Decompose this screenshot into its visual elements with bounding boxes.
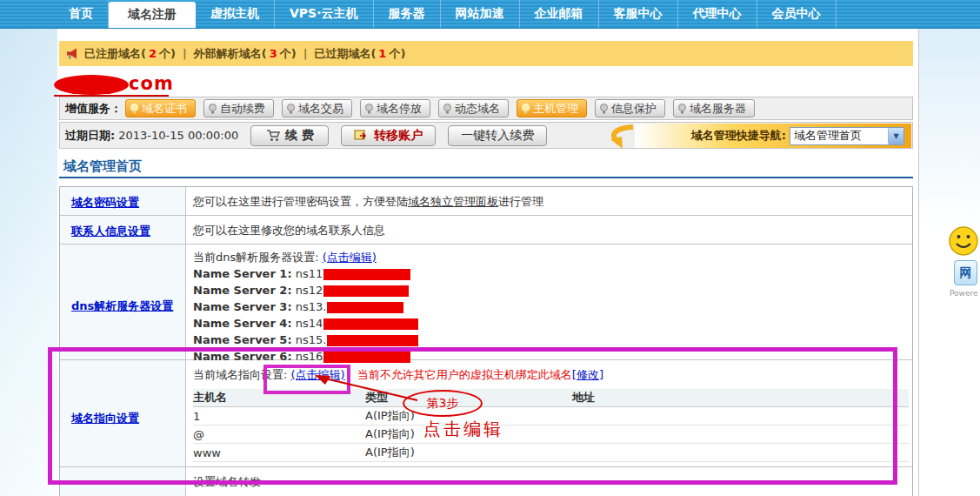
record-host: @ bbox=[193, 428, 365, 441]
domain-certificate-label: 域名证书 bbox=[142, 101, 187, 117]
registered-domains-label[interactable]: 已注册域名( bbox=[84, 46, 146, 62]
ns4-label: Name Server 4: bbox=[193, 317, 292, 330]
current-domain: com bbox=[54, 73, 169, 97]
chevron-down-icon[interactable]: ▼ bbox=[888, 128, 903, 144]
bulb-icon bbox=[443, 104, 452, 114]
ns2-redaction bbox=[323, 285, 409, 297]
smiley-icon[interactable] bbox=[947, 225, 980, 258]
record-type: A(IP指向) bbox=[365, 408, 572, 424]
nav-home[interactable]: 首页 bbox=[54, 0, 109, 28]
table-row: 联系人信息设置 您可以在这里修改您的域名联系人信息 bbox=[60, 216, 912, 245]
record-type: A(IP指向) bbox=[365, 426, 572, 442]
domain-parking-button[interactable]: 域名停放 bbox=[360, 99, 430, 117]
domain-trade-button[interactable]: 域名交易 bbox=[282, 99, 352, 117]
domain-pointing-settings-link[interactable]: 域名指向设置 bbox=[71, 412, 139, 425]
record-host: 1 bbox=[193, 410, 365, 423]
nav-customer-service[interactable]: 客服中心 bbox=[599, 0, 678, 28]
domain-certificate-button[interactable]: 域名证书 bbox=[125, 99, 196, 117]
powered-by-text: Powere bbox=[950, 289, 980, 298]
independent-panel-link[interactable]: 域名独立管理面板 bbox=[408, 195, 498, 208]
renew-label: 续 费 bbox=[285, 128, 314, 144]
megaphone-icon bbox=[66, 47, 79, 60]
dns-edit-link[interactable]: (点击编辑) bbox=[323, 251, 377, 264]
transfer-account-label: 转移账户 bbox=[374, 128, 423, 144]
binding-restriction-text: 当前不允许其它用户的虚拟主机绑定此域名 bbox=[357, 368, 572, 381]
web-chat-icon[interactable]: 网 bbox=[954, 260, 977, 285]
ns2-label: Name Server 2: bbox=[193, 284, 292, 297]
info-protection-label: 信息保护 bbox=[611, 101, 657, 117]
bulb-icon bbox=[208, 104, 217, 114]
quick-navigation-panel: 域名管理快捷导航: 域名管理首页 ▼ bbox=[635, 124, 911, 148]
domain-nameserver-button[interactable]: 域名服务器 bbox=[673, 99, 755, 117]
oneclick-renew-button[interactable]: 一键转入续费 bbox=[448, 125, 547, 146]
dynamic-domain-button[interactable]: 动态域名 bbox=[438, 99, 509, 117]
domain-summary-bar: 已注册域名( 2 个) | 外部解析域名( 3 个) | 已过期域名( 1 个) bbox=[59, 41, 913, 66]
nav-member-center[interactable]: 会员中心 bbox=[757, 0, 837, 28]
value-added-services-bar: 增值服务： 域名证书 自动续费 域名交易 域名停放 动态域名 主机管理 信息保护… bbox=[59, 97, 913, 120]
pointing-edit-link[interactable]: (点击编辑) bbox=[291, 368, 345, 381]
host-management-button[interactable]: 主机管理 bbox=[517, 99, 587, 117]
ns3-label: Name Server 3: bbox=[193, 300, 292, 313]
auto-renew-label: 自动续费 bbox=[220, 101, 265, 117]
col-address: 地址 bbox=[572, 390, 909, 406]
registered-domains-count: 2 bbox=[146, 47, 159, 60]
renew-button[interactable]: 续 费 bbox=[250, 125, 329, 146]
top-navigation: 首页 域名注册 虚拟主机 VPS·云主机 服务器 网站加速 企业邮箱 客服中心 … bbox=[0, 0, 980, 29]
external-dns-domains-count: 3 bbox=[267, 47, 280, 60]
oneclick-renew-label: 一键转入续费 bbox=[461, 128, 534, 144]
left-background-strip bbox=[0, 29, 57, 496]
contact-info-settings-link[interactable]: 联系人信息设置 bbox=[71, 225, 150, 238]
ns1-label: Name Server 1: bbox=[193, 267, 292, 280]
curved-arrow-icon bbox=[602, 122, 637, 151]
table-row: 设置域名转发 bbox=[60, 467, 912, 496]
cart-icon bbox=[266, 130, 280, 142]
ns1-value: ns11 bbox=[296, 267, 323, 280]
quicknav-label: 域名管理快捷导航: bbox=[691, 128, 786, 144]
ns2-value: ns12 bbox=[296, 284, 323, 297]
bulb-icon bbox=[130, 104, 139, 114]
notice-separator: | bbox=[176, 47, 194, 60]
domain-parking-label: 域名停放 bbox=[377, 101, 422, 117]
domain-nameserver-label: 域名服务器 bbox=[690, 101, 746, 117]
ns3-redaction bbox=[327, 302, 403, 313]
dynamic-domain-label: 动态域名 bbox=[455, 101, 500, 117]
ns5-redaction bbox=[327, 335, 418, 346]
domain-tld-text[interactable]: com bbox=[129, 73, 174, 94]
info-protection-button[interactable]: 信息保护 bbox=[595, 99, 665, 117]
domain-settings-table: 域名密码设置 您可以在这里进行管理密码设置，方便登陆域名独立管理面板进行管理 联… bbox=[59, 186, 913, 496]
pointing-header-row: 主机名 类型 地址 bbox=[193, 389, 909, 407]
external-dns-domains-label[interactable]: 外部解析域名( bbox=[194, 46, 267, 62]
pointing-record-row: 1 A(IP指向) bbox=[193, 407, 909, 426]
bulb-icon bbox=[677, 104, 687, 114]
pointing-records-table: 主机名 类型 地址 1 A(IP指向) @ A(IP指向) www A(IP指向… bbox=[193, 389, 909, 462]
expiry-bar: 过期日期: 2013-10-15 00:00:00 续 费 转移账户 一键转入续… bbox=[59, 122, 913, 149]
forward-settings-text: 设置域名转发 bbox=[193, 475, 261, 488]
nav-agent-center[interactable]: 代理中心 bbox=[678, 0, 757, 28]
nav-domain-register[interactable]: 域名注册 bbox=[109, 2, 196, 28]
table-row: 域名密码设置 您可以在这里进行管理密码设置，方便登陆域名独立管理面板进行管理 bbox=[60, 187, 912, 216]
password-settings-link[interactable]: 域名密码设置 bbox=[71, 196, 139, 209]
domain-redaction-ellipse bbox=[54, 75, 129, 95]
expired-domains-suffix: 个) bbox=[389, 46, 405, 62]
ns5-value: ns15. bbox=[296, 333, 327, 346]
nav-enterprise-mail[interactable]: 企业邮箱 bbox=[520, 0, 599, 28]
expired-domains-label[interactable]: 已过期域名( bbox=[314, 46, 376, 62]
page-title: 域名管理首页 bbox=[63, 158, 142, 175]
transfer-account-button[interactable]: 转移账户 bbox=[341, 125, 436, 146]
auto-renew-button[interactable]: 自动续费 bbox=[203, 99, 274, 117]
nav-virtual-host[interactable]: 虚拟主机 bbox=[196, 0, 275, 28]
col-hostname: 主机名 bbox=[193, 390, 365, 406]
expiry-date: 2013-10-15 00:00:00 bbox=[118, 129, 238, 142]
nav-vps-cloud[interactable]: VPS·云主机 bbox=[275, 0, 374, 28]
content-right-border bbox=[918, 29, 919, 496]
quicknav-select[interactable]: 域名管理首页 ▼ bbox=[790, 127, 904, 145]
record-host: www bbox=[193, 446, 365, 459]
nav-server[interactable]: 服务器 bbox=[374, 0, 441, 28]
ns4-value: ns14 bbox=[296, 317, 323, 330]
nav-site-acceleration[interactable]: 网站加速 bbox=[441, 0, 520, 28]
modify-binding-link[interactable]: [修改] bbox=[572, 368, 603, 381]
contact-desc: 您可以在这里修改您的域名联系人信息 bbox=[193, 224, 385, 237]
dns-settings-link[interactable]: dns解析服务器设置 bbox=[71, 299, 173, 312]
pointing-intro: 当前域名指向设置: bbox=[193, 368, 287, 381]
password-desc-before: 您可以在这里进行管理密码设置，方便登陆 bbox=[193, 195, 408, 208]
